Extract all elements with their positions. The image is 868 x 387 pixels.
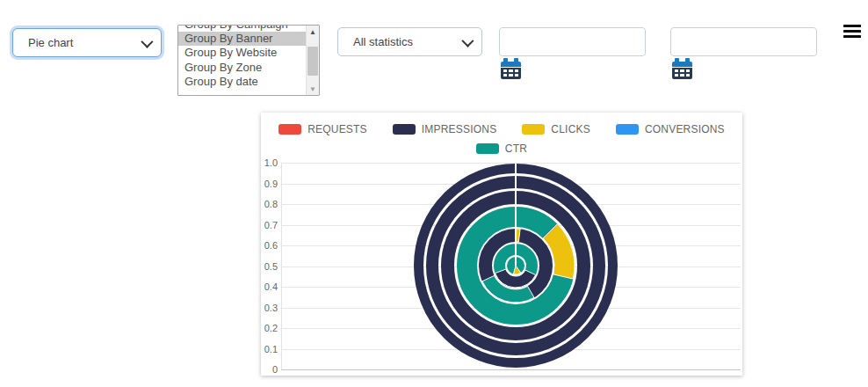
date-from-field [499,27,646,56]
chart-type-select[interactable]: Pie chart [12,28,162,57]
scroll-down-icon[interactable]: ▼ [307,83,319,95]
calendar-icon[interactable] [501,58,521,79]
chevron-down-icon [141,35,153,47]
scrollbar-thumb[interactable] [307,47,318,76]
scroll-up-icon[interactable]: ▲ [307,26,319,38]
chart-type-value: Pie chart [28,36,136,49]
pie-chart-canvas[interactable] [261,113,742,376]
date-to-field [670,27,817,56]
date-from-input[interactable] [500,28,645,55]
listbox-scrollbar[interactable]: ▲ ▼ [306,26,319,95]
group-by-option[interactable]: Group By Banner [178,32,306,46]
group-by-options: Group By CampaignGroup By BannerGroup By… [178,26,306,95]
statistics-page: { "toolbar": { "chart_type_select": { "v… [0,0,868,387]
group-by-option[interactable]: Group By date [178,75,306,89]
chart-card: REQUESTSIMPRESSIONSCLICKSCONVERSIONS CTR… [261,113,742,376]
group-by-option[interactable]: Group By Website [178,46,306,60]
group-by-option[interactable]: Group By Zone [178,61,306,75]
hamburger-menu-icon[interactable] [843,25,861,38]
chevron-down-icon [461,34,474,47]
statistics-select[interactable]: All statistics [337,27,482,56]
statistics-value: All statistics [353,35,457,48]
calendar-icon[interactable] [672,58,692,79]
group-by-option[interactable]: Group By Campaign [178,26,306,32]
date-to-input[interactable] [671,28,816,55]
group-by-listbox[interactable]: Group By CampaignGroup By BannerGroup By… [177,25,320,96]
